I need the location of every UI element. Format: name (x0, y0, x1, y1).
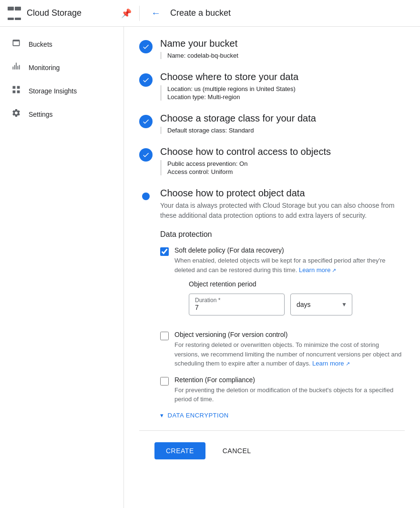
step4-pap-value: On (239, 160, 247, 167)
sidebar-label-buckets: Buckets (29, 41, 52, 48)
sidebar-item-buckets[interactable]: Buckets (0, 32, 118, 56)
sidebar-item-monitoring[interactable]: Monitoring (0, 56, 118, 79)
header-right: ← Create a bucket (147, 6, 412, 20)
retention-title: Object retention period (189, 280, 405, 288)
retention-inputs: Duration * days weeks months (189, 294, 405, 315)
retention-compliance-item: Retention (For compliance) For preventin… (160, 376, 405, 404)
footer-actions: CREATE CANCEL (139, 430, 405, 471)
step1-check (139, 40, 153, 53)
sidebar: Buckets Monitoring Storage Insights Sett… (0, 27, 124, 508)
step2-location-label: Location (167, 85, 191, 92)
step2-title: Choose where to store your data (160, 71, 405, 82)
sidebar-label-storage-insights: Storage Insights (29, 87, 77, 95)
encryption-label: DATA ENCRYPTION (168, 412, 229, 419)
step2-location-value: us (multiple regions in United States) (194, 85, 295, 92)
step4-title: Choose how to control access to objects (160, 146, 405, 157)
sidebar-label-monitoring: Monitoring (29, 64, 60, 71)
main-layout: Buckets Monitoring Storage Insights Sett… (0, 27, 420, 508)
step4-detail-ac: Access control: Uniform (167, 168, 405, 175)
step2-detail-location: Location: us (multiple regions in United… (167, 85, 405, 92)
create-button[interactable]: CREATE (154, 442, 205, 459)
step-storage-class: Choose a storage class for your data Def… (139, 113, 405, 135)
step1-name-label: Name (167, 52, 184, 59)
encryption-toggle[interactable]: ▾ DATA ENCRYPTION (160, 412, 405, 419)
settings-icon (11, 108, 21, 120)
step4-indicator (139, 148, 153, 162)
step3-class-label: Default storage class (167, 127, 225, 134)
step3-detail-class: Default storage class: Standard (167, 127, 405, 134)
soft-delete-desc: When enabled, deleted objects will be ke… (174, 256, 405, 274)
versioning-learn-more[interactable]: Learn more (312, 360, 350, 367)
step4-detail-pap: Public access prevention: On (167, 160, 405, 167)
top-header: Cloud Storage 📌 ← Create a bucket (0, 0, 420, 27)
step4-details: Public access prevention: On Access cont… (160, 160, 405, 175)
step2-detail-loctype: Location type: Multi-region (167, 93, 405, 101)
step-name-bucket: Name your bucket Name: codelab-bq-bucket (139, 38, 405, 60)
chevron-down-icon: ▾ (160, 412, 164, 419)
soft-delete-content: Soft delete policy (For data recovery) W… (174, 246, 405, 323)
step-choose-location: Choose where to store your data Location… (139, 71, 405, 102)
step2-loctype-value: Multi-region (208, 93, 240, 101)
step1-title: Name your bucket (160, 38, 405, 49)
step1-detail-name: Name: codelab-bq-bucket (167, 52, 405, 59)
step2-indicator (139, 73, 153, 87)
step2-details: Location: us (multiple regions in United… (160, 85, 405, 101)
step1-name-value: codelab-bq-bucket (187, 52, 238, 59)
unit-select[interactable]: days weeks months (291, 294, 352, 315)
header-divider (139, 6, 140, 21)
step5-indicator (139, 190, 153, 203)
step5-dot (142, 193, 150, 200)
object-versioning-content: Object versioning (For version control) … (174, 331, 405, 368)
step3-body: Choose a storage class for your data Def… (160, 113, 405, 135)
step-protect-data: Choose how to protect object data Your d… (139, 188, 405, 419)
step2-loctype-label: Location type (167, 93, 204, 101)
step2-body: Choose where to store your data Location… (160, 71, 405, 102)
sidebar-label-settings: Settings (29, 111, 53, 118)
step3-details: Default storage class: Standard (160, 127, 405, 134)
object-versioning-label[interactable]: Object versioning (For version control) (174, 331, 287, 338)
step-access-control: Choose how to control access to objects … (139, 146, 405, 176)
app-title: Cloud Storage (27, 8, 82, 18)
buckets-icon (11, 38, 21, 50)
duration-input[interactable] (195, 304, 278, 311)
step3-class-value: Standard (229, 127, 254, 134)
retention-compliance-content: Retention (For compliance) For preventin… (174, 376, 405, 404)
cancel-button[interactable]: CANCEL (211, 442, 263, 459)
monitoring-icon (11, 61, 21, 73)
duration-input-wrapper: Duration * (189, 294, 285, 315)
sidebar-item-storage-insights[interactable]: Storage Insights (0, 79, 118, 102)
step1-indicator (139, 40, 153, 53)
step4-body: Choose how to control access to objects … (160, 146, 405, 176)
step5-description: Your data is always protected with Cloud… (160, 201, 405, 221)
object-versioning-desc: For restoring deleted or overwritten obj… (174, 340, 405, 368)
object-versioning-checkbox[interactable] (160, 332, 169, 340)
duration-label: Duration * (195, 297, 220, 304)
soft-delete-learn-more[interactable]: Learn more (299, 266, 337, 274)
soft-delete-checkbox[interactable] (160, 247, 169, 256)
step1-body: Name your bucket Name: codelab-bq-bucket (160, 38, 405, 60)
step4-pap-label: Public access prevention (167, 160, 236, 167)
step1-details: Name: codelab-bq-bucket (160, 52, 405, 59)
back-button[interactable]: ← (147, 6, 164, 20)
retention-compliance-label[interactable]: Retention (For compliance) (174, 376, 255, 384)
step4-check (139, 148, 153, 162)
step3-indicator (139, 115, 153, 128)
step4-ac-label: Access control (167, 168, 208, 175)
soft-delete-item: Soft delete policy (For data recovery) W… (160, 246, 405, 323)
step4-ac-value: Uniform (211, 168, 233, 175)
soft-delete-label[interactable]: Soft delete policy (For data recovery) (174, 246, 284, 254)
step3-check (139, 115, 153, 128)
step2-check (139, 73, 153, 87)
logo-area: Cloud Storage 📌 (8, 7, 132, 20)
data-protection-title: Data protection (160, 230, 405, 239)
object-versioning-item: Object versioning (For version control) … (160, 331, 405, 368)
sidebar-item-settings[interactable]: Settings (0, 102, 118, 126)
retention-section: Object retention period Duration * days (189, 280, 405, 315)
step3-title: Choose a storage class for your data (160, 113, 405, 124)
page-title: Create a bucket (170, 8, 231, 18)
content-area: Name your bucket Name: codelab-bq-bucket (124, 27, 420, 508)
step5-title: Choose how to protect object data (160, 188, 405, 199)
step5-body: Choose how to protect object data Your d… (160, 188, 405, 419)
pin-icon: 📌 (121, 8, 132, 19)
retention-compliance-checkbox[interactable] (160, 377, 169, 386)
